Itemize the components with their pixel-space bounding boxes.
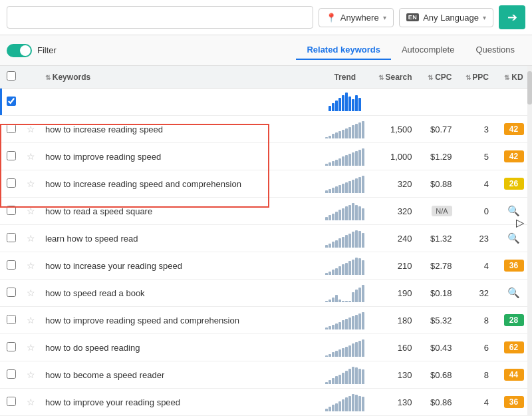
main-keyword-checkbox[interactable] bbox=[7, 97, 16, 106]
table-row: ☆ how to improve reading speed and compr… bbox=[0, 307, 532, 334]
row-checkbox[interactable] bbox=[7, 233, 16, 242]
col-ppc[interactable]: ⇅ PPC bbox=[459, 66, 495, 89]
trend-bars bbox=[321, 393, 369, 411]
col-kd[interactable]: ⇅ KD bbox=[495, 66, 532, 89]
col-keywords[interactable]: ⇅ Keywords bbox=[39, 66, 319, 89]
location-pin-icon: 📍 bbox=[326, 13, 336, 23]
row-checkbox-cell bbox=[0, 389, 23, 416]
search-cell: 180 bbox=[372, 307, 419, 334]
keyword-text: learn how to speed read bbox=[45, 234, 138, 244]
row-star-cell: ☆ bbox=[23, 143, 39, 170]
kd-cell: 28 bbox=[495, 307, 532, 334]
tab-questions[interactable]: Questions bbox=[465, 41, 525, 60]
scrollbar[interactable] bbox=[527, 66, 532, 416]
keyword-cell: how to read a speed square bbox=[39, 198, 319, 225]
ppc-cell: 32 bbox=[459, 280, 495, 307]
row-checkbox-cell bbox=[0, 143, 23, 170]
search-cell: 320 bbox=[372, 198, 419, 225]
star-icon[interactable]: ☆ bbox=[27, 151, 35, 162]
keyword-cell: how to improve your reading speed bbox=[39, 389, 319, 416]
table-container: ⇅ Keywords Trend ⇅ Search ⇅ CPC ⇅ PPC ⇅ … bbox=[0, 66, 532, 416]
row-checkbox-cell bbox=[0, 252, 23, 280]
keyword-text: how to do speed reading bbox=[45, 343, 140, 353]
tab-autocomplete[interactable]: Autocomplete bbox=[391, 41, 466, 60]
filter-bar: Filter Related keywords Autocomplete Que… bbox=[0, 35, 532, 66]
ppc-cell: 4 bbox=[459, 389, 495, 416]
row-star-cell: ☆ bbox=[23, 361, 39, 389]
trend-cell bbox=[319, 334, 372, 361]
filter-toggle[interactable] bbox=[7, 44, 32, 57]
language-icon: EN bbox=[406, 13, 420, 21]
row-checkbox[interactable] bbox=[7, 151, 16, 160]
kd-badge: 36 bbox=[504, 396, 524, 408]
row-checkbox-cell bbox=[0, 116, 23, 143]
trend-bars bbox=[321, 311, 369, 329]
row-checkbox[interactable] bbox=[7, 288, 16, 297]
star-icon[interactable]: ☆ bbox=[27, 178, 35, 189]
row-checkbox-cell bbox=[0, 280, 23, 307]
cpc-cell: $5.32 bbox=[419, 307, 459, 334]
search-input[interactable]: how to speed read bbox=[7, 6, 313, 29]
table-row: ☆ how to become a speed reader 130 $0.68… bbox=[0, 361, 532, 389]
row-checkbox[interactable] bbox=[7, 124, 16, 133]
ppc-cell: 0 bbox=[459, 198, 495, 225]
keyword-text: how to improve your reading speed bbox=[45, 397, 180, 407]
cpc-cell: $0.86 bbox=[419, 389, 459, 416]
row-checkbox[interactable] bbox=[7, 178, 16, 188]
table-row: ☆ how to increase your reading speed 210… bbox=[0, 252, 532, 280]
star-icon[interactable]: ☆ bbox=[27, 124, 35, 134]
ppc-cell: 4 bbox=[459, 170, 495, 198]
scroll-thumb[interactable] bbox=[527, 71, 532, 104]
kd-cell: 42 bbox=[495, 116, 532, 143]
tab-related-keywords[interactable]: Related keywords bbox=[296, 41, 391, 60]
star-icon[interactable]: ☆ bbox=[27, 342, 35, 353]
star-icon[interactable]: ☆ bbox=[27, 315, 35, 325]
cpc-cell: $0.68 bbox=[419, 361, 459, 389]
row-checkbox[interactable] bbox=[7, 260, 16, 270]
row-checkbox[interactable] bbox=[7, 206, 16, 215]
location-selector[interactable]: 📍 Anywhere ▾ bbox=[319, 8, 394, 27]
row-checkbox[interactable] bbox=[7, 342, 16, 351]
keyword-text: how to increase your reading speed bbox=[45, 261, 182, 271]
filter-label: Filter bbox=[37, 45, 57, 55]
row-checkbox-cell bbox=[0, 334, 23, 361]
search-button[interactable]: ➔ bbox=[499, 5, 525, 29]
star-icon[interactable]: ☆ bbox=[27, 288, 35, 298]
row-star-cell: ☆ bbox=[23, 389, 39, 416]
star-icon[interactable]: ☆ bbox=[27, 369, 35, 380]
table-row: ☆ learn how to speed read 240 $1.32 23 🔍 bbox=[0, 225, 532, 252]
row-checkbox-cell bbox=[0, 198, 23, 225]
language-selector[interactable]: EN Any Language ▾ bbox=[399, 8, 493, 27]
location-label: Anywhere bbox=[340, 13, 379, 23]
keyword-text: how to read a speed square bbox=[45, 206, 152, 216]
row-checkbox-cell bbox=[0, 170, 23, 198]
select-all-checkbox[interactable] bbox=[7, 71, 16, 81]
row-checkbox[interactable] bbox=[7, 397, 16, 406]
blue-indicator bbox=[0, 89, 2, 115]
kd-badge: 26 bbox=[504, 178, 524, 190]
keyword-text: how to increase reading speed bbox=[45, 124, 163, 134]
kd-badge: 36 bbox=[504, 260, 524, 272]
star-icon[interactable]: ☆ bbox=[27, 233, 35, 244]
row-star-cell: ☆ bbox=[23, 225, 39, 252]
star-icon[interactable]: ☆ bbox=[27, 206, 35, 216]
star-icon[interactable]: ☆ bbox=[27, 397, 35, 407]
ppc-cell: 5 bbox=[459, 143, 495, 170]
row-star-cell: ☆ bbox=[23, 252, 39, 280]
kd-search-icon: 🔍 bbox=[507, 287, 520, 298]
search-sort-icon: ⇅ bbox=[378, 74, 386, 81]
ppc-cell: 4 bbox=[459, 252, 495, 280]
col-cpc[interactable]: ⇅ CPC bbox=[419, 66, 459, 89]
keyword-cell: how to improve reading speed and compreh… bbox=[39, 307, 319, 334]
col-search[interactable]: ⇅ Search bbox=[372, 66, 419, 89]
star-icon[interactable]: ☆ bbox=[27, 260, 35, 271]
trend-bars bbox=[321, 256, 369, 275]
search-cell: 240 bbox=[372, 225, 419, 252]
trend-cell bbox=[319, 389, 372, 416]
row-checkbox[interactable] bbox=[7, 315, 16, 324]
table-row: ☆ how to do speed reading 160 $0.43 6 62 bbox=[0, 334, 532, 361]
kd-badge: 44 bbox=[504, 369, 524, 381]
row-checkbox[interactable] bbox=[7, 369, 16, 379]
col-checkbox bbox=[0, 66, 23, 89]
table-row: ☆ how to improve your reading speed 130 … bbox=[0, 389, 532, 416]
